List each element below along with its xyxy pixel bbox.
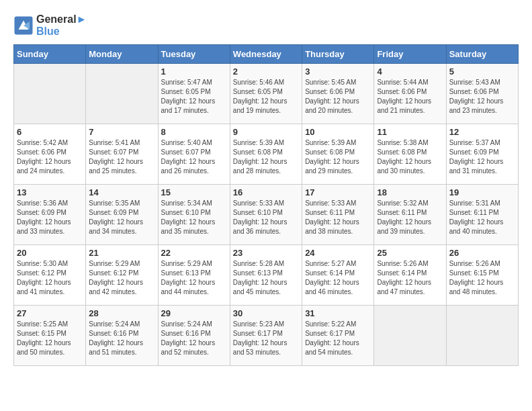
day-number: 1 xyxy=(161,66,227,77)
calendar-week-row: 6Sunrise: 5:42 AM Sunset: 6:06 PM Daylig… xyxy=(14,124,519,185)
page-header: General► Blue xyxy=(13,13,519,38)
weekday-header: Sunday xyxy=(14,45,86,64)
day-number: 16 xyxy=(233,187,299,197)
day-number: 29 xyxy=(161,308,227,318)
day-number: 15 xyxy=(161,187,227,197)
calendar-cell: 1Sunrise: 5:47 AM Sunset: 6:05 PM Daylig… xyxy=(158,64,230,124)
logo-text: General► Blue xyxy=(36,13,87,38)
day-number: 17 xyxy=(305,187,371,197)
calendar-cell: 13Sunrise: 5:36 AM Sunset: 6:09 PM Dayli… xyxy=(14,185,86,245)
calendar-header-row: SundayMondayTuesdayWednesdayThursdayFrid… xyxy=(14,45,519,64)
calendar-cell xyxy=(86,64,158,124)
calendar-cell xyxy=(14,64,86,124)
calendar-cell: 11Sunrise: 5:38 AM Sunset: 6:08 PM Dayli… xyxy=(374,124,446,185)
calendar-cell: 3Sunrise: 5:45 AM Sunset: 6:06 PM Daylig… xyxy=(302,64,374,124)
calendar-cell: 8Sunrise: 5:40 AM Sunset: 6:07 PM Daylig… xyxy=(158,124,230,185)
day-info: Sunrise: 5:41 AM Sunset: 6:07 PM Dayligh… xyxy=(89,138,154,176)
day-info: Sunrise: 5:23 AM Sunset: 6:17 PM Dayligh… xyxy=(233,320,299,357)
day-number: 31 xyxy=(305,308,371,318)
calendar-cell xyxy=(374,306,446,366)
calendar-cell: 9Sunrise: 5:39 AM Sunset: 6:08 PM Daylig… xyxy=(230,124,302,185)
day-info: Sunrise: 5:43 AM Sunset: 6:06 PM Dayligh… xyxy=(449,78,515,116)
day-number: 21 xyxy=(89,248,154,258)
calendar-cell: 30Sunrise: 5:23 AM Sunset: 6:17 PM Dayli… xyxy=(230,306,302,366)
calendar-table: SundayMondayTuesdayWednesdayThursdayFrid… xyxy=(13,44,519,366)
calendar-cell: 4Sunrise: 5:44 AM Sunset: 6:06 PM Daylig… xyxy=(374,64,446,124)
day-number: 24 xyxy=(305,248,371,258)
day-number: 28 xyxy=(89,308,154,318)
day-info: Sunrise: 5:45 AM Sunset: 6:06 PM Dayligh… xyxy=(305,78,371,116)
day-info: Sunrise: 5:29 AM Sunset: 6:12 PM Dayligh… xyxy=(89,259,154,297)
weekday-header: Saturday xyxy=(446,45,518,64)
day-info: Sunrise: 5:29 AM Sunset: 6:13 PM Dayligh… xyxy=(161,259,227,297)
calendar-cell: 20Sunrise: 5:30 AM Sunset: 6:12 PM Dayli… xyxy=(14,245,86,306)
day-info: Sunrise: 5:47 AM Sunset: 6:05 PM Dayligh… xyxy=(161,78,227,116)
calendar-cell: 28Sunrise: 5:24 AM Sunset: 6:16 PM Dayli… xyxy=(86,306,158,366)
day-number: 12 xyxy=(449,127,515,137)
calendar-cell: 24Sunrise: 5:27 AM Sunset: 6:14 PM Dayli… xyxy=(302,245,374,306)
weekday-header: Tuesday xyxy=(158,45,230,64)
day-info: Sunrise: 5:28 AM Sunset: 6:13 PM Dayligh… xyxy=(233,259,299,297)
calendar-cell: 15Sunrise: 5:34 AM Sunset: 6:10 PM Dayli… xyxy=(158,185,230,245)
calendar-week-row: 1Sunrise: 5:47 AM Sunset: 6:05 PM Daylig… xyxy=(14,64,519,124)
day-number: 30 xyxy=(233,308,299,318)
day-info: Sunrise: 5:27 AM Sunset: 6:14 PM Dayligh… xyxy=(305,259,371,297)
day-number: 18 xyxy=(377,187,443,197)
day-info: Sunrise: 5:38 AM Sunset: 6:08 PM Dayligh… xyxy=(377,138,443,176)
day-info: Sunrise: 5:25 AM Sunset: 6:15 PM Dayligh… xyxy=(17,320,83,357)
day-number: 2 xyxy=(233,66,299,77)
day-info: Sunrise: 5:42 AM Sunset: 6:06 PM Dayligh… xyxy=(17,138,83,176)
day-number: 20 xyxy=(17,248,83,258)
day-info: Sunrise: 5:44 AM Sunset: 6:06 PM Dayligh… xyxy=(377,78,443,116)
day-number: 4 xyxy=(377,66,443,77)
weekday-header: Thursday xyxy=(302,45,374,64)
day-number: 22 xyxy=(161,248,227,258)
calendar-cell: 31Sunrise: 5:22 AM Sunset: 6:17 PM Dayli… xyxy=(302,306,374,366)
calendar-cell: 19Sunrise: 5:31 AM Sunset: 6:11 PM Dayli… xyxy=(446,185,518,245)
weekday-header: Wednesday xyxy=(230,45,302,64)
day-number: 19 xyxy=(449,187,515,197)
day-info: Sunrise: 5:37 AM Sunset: 6:09 PM Dayligh… xyxy=(449,138,515,176)
day-number: 9 xyxy=(233,127,299,137)
day-info: Sunrise: 5:36 AM Sunset: 6:09 PM Dayligh… xyxy=(17,199,83,236)
calendar-cell: 2Sunrise: 5:46 AM Sunset: 6:05 PM Daylig… xyxy=(230,64,302,124)
day-info: Sunrise: 5:26 AM Sunset: 6:14 PM Dayligh… xyxy=(377,259,443,297)
calendar-week-row: 20Sunrise: 5:30 AM Sunset: 6:12 PM Dayli… xyxy=(14,245,519,306)
day-number: 11 xyxy=(377,127,443,137)
day-number: 7 xyxy=(89,127,154,137)
day-number: 27 xyxy=(17,308,83,318)
calendar-cell: 22Sunrise: 5:29 AM Sunset: 6:13 PM Dayli… xyxy=(158,245,230,306)
weekday-header: Friday xyxy=(374,45,446,64)
calendar-cell: 5Sunrise: 5:43 AM Sunset: 6:06 PM Daylig… xyxy=(446,64,518,124)
day-info: Sunrise: 5:33 AM Sunset: 6:10 PM Dayligh… xyxy=(233,199,299,236)
day-info: Sunrise: 5:30 AM Sunset: 6:12 PM Dayligh… xyxy=(17,259,83,297)
calendar-cell: 23Sunrise: 5:28 AM Sunset: 6:13 PM Dayli… xyxy=(230,245,302,306)
day-info: Sunrise: 5:35 AM Sunset: 6:09 PM Dayligh… xyxy=(89,199,154,236)
calendar-week-row: 13Sunrise: 5:36 AM Sunset: 6:09 PM Dayli… xyxy=(14,185,519,245)
calendar-cell: 25Sunrise: 5:26 AM Sunset: 6:14 PM Dayli… xyxy=(374,245,446,306)
day-number: 25 xyxy=(377,248,443,258)
day-number: 10 xyxy=(305,127,371,137)
calendar-cell: 29Sunrise: 5:24 AM Sunset: 6:16 PM Dayli… xyxy=(158,306,230,366)
calendar-week-row: 27Sunrise: 5:25 AM Sunset: 6:15 PM Dayli… xyxy=(14,306,519,366)
day-number: 26 xyxy=(449,248,515,258)
day-number: 3 xyxy=(305,66,371,77)
calendar-cell: 17Sunrise: 5:33 AM Sunset: 6:11 PM Dayli… xyxy=(302,185,374,245)
day-number: 8 xyxy=(161,127,227,137)
logo-icon xyxy=(13,15,34,36)
day-number: 5 xyxy=(449,66,515,77)
day-info: Sunrise: 5:46 AM Sunset: 6:05 PM Dayligh… xyxy=(233,78,299,116)
day-number: 6 xyxy=(17,127,83,137)
day-number: 14 xyxy=(89,187,154,197)
day-info: Sunrise: 5:31 AM Sunset: 6:11 PM Dayligh… xyxy=(449,199,515,236)
day-info: Sunrise: 5:33 AM Sunset: 6:11 PM Dayligh… xyxy=(305,199,371,236)
day-info: Sunrise: 5:32 AM Sunset: 6:11 PM Dayligh… xyxy=(377,199,443,236)
calendar-cell: 14Sunrise: 5:35 AM Sunset: 6:09 PM Dayli… xyxy=(86,185,158,245)
calendar-cell: 27Sunrise: 5:25 AM Sunset: 6:15 PM Dayli… xyxy=(14,306,86,366)
day-number: 23 xyxy=(233,248,299,258)
calendar-cell: 18Sunrise: 5:32 AM Sunset: 6:11 PM Dayli… xyxy=(374,185,446,245)
calendar-cell: 12Sunrise: 5:37 AM Sunset: 6:09 PM Dayli… xyxy=(446,124,518,185)
calendar-cell: 6Sunrise: 5:42 AM Sunset: 6:06 PM Daylig… xyxy=(14,124,86,185)
day-info: Sunrise: 5:39 AM Sunset: 6:08 PM Dayligh… xyxy=(233,138,299,176)
day-number: 13 xyxy=(17,187,83,197)
